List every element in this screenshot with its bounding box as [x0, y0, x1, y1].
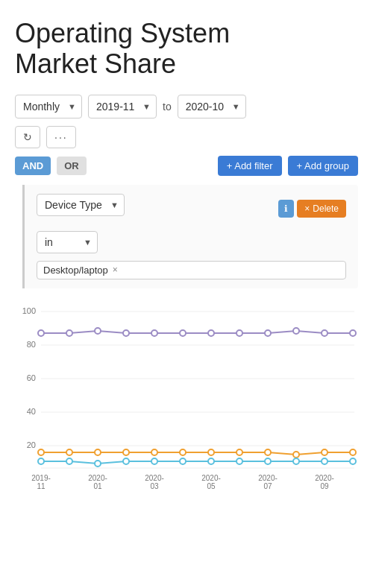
- frequency-select-wrapper[interactable]: Daily Weekly Monthly Yearly ▼: [15, 95, 82, 118]
- svg-point-24: [66, 449, 72, 455]
- refresh-button[interactable]: ↻: [15, 126, 40, 148]
- svg-point-11: [38, 330, 44, 336]
- svg-point-26: [123, 449, 129, 455]
- svg-point-12: [66, 330, 72, 336]
- frequency-select[interactable]: Daily Weekly Monthly Yearly: [15, 95, 82, 118]
- svg-point-32: [293, 452, 299, 458]
- tag-input[interactable]: Desktop/laptop ×: [37, 261, 346, 279]
- svg-point-35: [38, 458, 44, 464]
- svg-point-29: [208, 449, 214, 455]
- date-to-select[interactable]: 2020-10 2020-09 2020-08: [178, 95, 246, 118]
- svg-text:09: 09: [320, 482, 329, 490]
- svg-text:2020-: 2020-: [258, 474, 278, 482]
- controls-row: Daily Weekly Monthly Yearly ▼ 2019-11 20…: [15, 95, 358, 118]
- svg-point-42: [236, 458, 242, 464]
- svg-text:60: 60: [27, 373, 36, 382]
- svg-point-18: [236, 330, 242, 336]
- add-filter-button[interactable]: + Add filter: [218, 156, 282, 176]
- svg-text:100: 100: [22, 306, 36, 315]
- date-from-select[interactable]: 2019-11 2019-12 2020-01: [88, 95, 157, 118]
- svg-point-41: [208, 458, 214, 464]
- svg-point-20: [293, 328, 299, 334]
- svg-point-46: [350, 458, 356, 464]
- delete-filter-button[interactable]: × Delete: [297, 200, 346, 218]
- to-label: to: [163, 101, 172, 113]
- svg-point-23: [38, 449, 44, 455]
- svg-point-36: [66, 458, 72, 464]
- svg-text:2020-: 2020-: [145, 474, 164, 482]
- svg-text:40: 40: [27, 407, 36, 416]
- filter-actions: ℹ × Delete: [278, 200, 346, 218]
- svg-point-22: [350, 330, 356, 336]
- svg-point-21: [322, 330, 327, 336]
- svg-point-25: [95, 449, 101, 455]
- svg-point-15: [151, 330, 157, 336]
- svg-text:03: 03: [150, 482, 159, 490]
- filter-field-select[interactable]: Device Type OS Browser: [37, 194, 125, 216]
- page-title: Operating SystemMarket Share: [15, 18, 358, 80]
- svg-point-28: [180, 449, 186, 455]
- svg-point-16: [180, 330, 186, 336]
- svg-text:80: 80: [27, 340, 36, 349]
- svg-point-45: [322, 458, 327, 464]
- svg-point-37: [95, 461, 101, 467]
- svg-text:01: 01: [93, 482, 102, 490]
- svg-point-13: [95, 328, 101, 334]
- svg-point-27: [151, 449, 157, 455]
- svg-point-38: [123, 458, 129, 464]
- svg-point-14: [123, 330, 129, 336]
- svg-text:20: 20: [27, 440, 36, 449]
- condition-row: in not in equals ▼: [37, 231, 346, 253]
- svg-point-33: [322, 449, 327, 455]
- filter-block: Device Type OS Browser ▼ ℹ × Delete in n…: [22, 185, 358, 288]
- device-type-row: Device Type OS Browser ▼: [37, 194, 125, 216]
- svg-point-39: [151, 458, 157, 464]
- condition-select[interactable]: in not in equals: [37, 231, 98, 253]
- or-button[interactable]: OR: [57, 157, 87, 175]
- svg-text:2020-: 2020-: [88, 474, 107, 482]
- date-from-wrapper[interactable]: 2019-11 2019-12 2020-01 ▼: [88, 95, 157, 118]
- chart-svg: 100 80 60 40 20: [15, 300, 358, 494]
- svg-text:2020-: 2020-: [201, 474, 221, 482]
- svg-point-44: [293, 458, 299, 464]
- svg-point-31: [265, 449, 271, 455]
- svg-text:07: 07: [263, 482, 272, 490]
- add-group-button[interactable]: + Add group: [288, 156, 358, 176]
- condition-wrapper[interactable]: in not in equals ▼: [37, 231, 98, 253]
- filter-block-header: Device Type OS Browser ▼ ℹ × Delete: [37, 194, 346, 224]
- action-row: ↻ ···: [15, 126, 358, 148]
- svg-text:2019-: 2019-: [31, 474, 51, 482]
- svg-text:05: 05: [207, 482, 216, 490]
- svg-point-43: [265, 458, 271, 464]
- filter-logic-row: AND OR + Add filter + Add group: [15, 156, 358, 176]
- svg-point-40: [180, 458, 186, 464]
- tag-remove-button[interactable]: ×: [113, 265, 118, 275]
- svg-point-34: [350, 449, 356, 455]
- svg-text:2020-: 2020-: [315, 474, 334, 482]
- chart-container: 100 80 60 40 20: [15, 300, 358, 494]
- svg-text:11: 11: [37, 482, 46, 490]
- delete-label: Delete: [313, 203, 339, 214]
- and-button[interactable]: AND: [15, 157, 51, 175]
- delete-x-icon: ×: [304, 203, 310, 214]
- svg-point-30: [236, 449, 242, 455]
- more-button[interactable]: ···: [46, 126, 76, 148]
- svg-point-17: [208, 330, 214, 336]
- filter-info-button[interactable]: ℹ: [278, 200, 294, 218]
- filter-field-wrapper[interactable]: Device Type OS Browser ▼: [37, 194, 125, 216]
- svg-point-19: [265, 330, 271, 336]
- tag-value: Desktop/laptop: [43, 265, 108, 276]
- date-to-wrapper[interactable]: 2020-10 2020-09 2020-08 ▼: [178, 95, 246, 118]
